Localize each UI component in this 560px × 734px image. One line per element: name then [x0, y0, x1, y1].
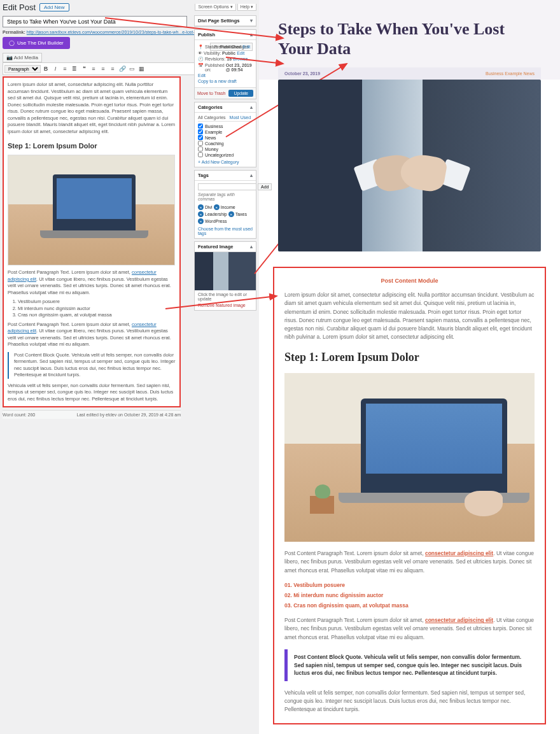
post-date: October 23, 2019 — [284, 71, 320, 76]
content-list: Vestibulum posuere Mi interdum nunc dign… — [284, 581, 535, 610]
editor-paragraph: Lorem ipsum dolor sit amet, consectetur … — [8, 81, 176, 135]
choose-tags-link[interactable]: Choose from the most used tags — [198, 227, 253, 236]
trash-link[interactable]: Move to Trash — [197, 91, 225, 95]
tag-pill[interactable]: ×Taxes — [228, 211, 247, 217]
tag-pill[interactable]: ×Divi — [198, 204, 213, 210]
editor-paragraph: Post Content Paragraph Text. Lorem ipsum… — [8, 321, 176, 348]
category-checkbox[interactable]: Coaching — [198, 141, 253, 146]
bold-icon[interactable]: B — [41, 64, 50, 73]
divi-icon: ◯ — [9, 40, 15, 46]
last-edited: Last edited by etdev on October 29, 2019… — [77, 413, 181, 417]
list-item: Cras non dignissim quam, at volutpat mas… — [18, 312, 176, 319]
page-heading: Edit Post — [3, 3, 36, 12]
content-paragraph: Post Content Paragraph Text. Lorem ipsum… — [284, 616, 535, 642]
editor-inline-image[interactable] — [8, 155, 175, 265]
content-image — [284, 373, 535, 542]
list-item: Mi interdum nunc dignissim auctor — [284, 591, 535, 600]
content-blockquote: Post Content Block Quote. Vehicula velit… — [284, 649, 535, 681]
category-checkbox[interactable]: News — [198, 135, 253, 140]
post-title-input[interactable] — [3, 16, 187, 27]
post-title: Steps to Take When You've Lost Your Data — [278, 19, 541, 59]
editor-paragraph: Vehicula velit ut felis semper, non conv… — [8, 383, 176, 403]
list-item: Cras non dignissim quam, at volutpat mas… — [284, 602, 535, 610]
revisions-browse-link[interactable]: Browse — [233, 57, 248, 61]
chevron-up-icon[interactable]: ▴ — [250, 244, 253, 250]
category-checkbox[interactable]: Example — [198, 129, 253, 134]
remove-tag-icon[interactable]: × — [214, 204, 220, 210]
list-item: Mi interdum nunc dignissim auctor — [18, 306, 176, 313]
tag-add-button[interactable]: Add — [258, 183, 272, 190]
remove-featured-link[interactable]: Remove featured image — [195, 301, 256, 307]
frontend-preview: Steps to Take When You've Lost Your Data… — [259, 0, 560, 734]
update-button[interactable]: Update — [228, 90, 253, 97]
wp-admin-panel: Edit Post Add New Screen Options ▾ Help … — [0, 0, 259, 734]
format-select[interactable]: Paragraph — [4, 65, 41, 73]
tag-pill[interactable]: ×Leadership — [198, 211, 227, 217]
featured-image — [278, 80, 541, 251]
content-paragraph: Vehicula velit ut felis semper, non conv… — [284, 689, 535, 714]
publish-edit-link[interactable]: Edit — [198, 73, 206, 78]
align-left-icon[interactable]: ≡ — [89, 64, 98, 73]
pin-icon: 📍 — [198, 45, 204, 50]
list-item: Vestibulum posuere — [18, 299, 176, 306]
content-link[interactable]: consectetur adipiscing elit — [425, 550, 493, 556]
more-icon[interactable]: ▭ — [127, 64, 136, 73]
add-media-button[interactable]: 📷 Add Media — [3, 53, 42, 62]
add-category-link[interactable]: + Add New Category — [198, 160, 253, 164]
cat-tab-all[interactable]: All Categories — [198, 115, 226, 120]
tags-box: Tags▴ Add Separate tags with commas ×Div… — [194, 170, 256, 239]
calendar-icon: 📅 — [198, 63, 204, 68]
copy-draft-link[interactable]: Copy to a new draft — [198, 79, 237, 83]
categories-box: Categories▴ All CategoriesMost Used Busi… — [194, 102, 256, 167]
post-categories[interactable]: Business Example News — [486, 71, 535, 76]
ol-icon[interactable]: ≣ — [70, 64, 79, 73]
remove-tag-icon[interactable]: × — [198, 204, 204, 210]
module-label: Post Content Module — [284, 277, 535, 286]
chevron-up-icon[interactable]: ▴ — [250, 173, 253, 178]
divi-builder-button[interactable]: ◯ Use The Divi Builder — [3, 37, 70, 49]
divi-page-settings-box: Divi Page Settings▾ — [194, 15, 256, 27]
ul-icon[interactable]: ≡ — [60, 64, 69, 73]
category-checkbox[interactable]: Money — [198, 146, 253, 152]
eye-icon: 👁 — [198, 51, 202, 55]
list-item: Vestibulum posuere — [284, 581, 535, 589]
align-right-icon[interactable]: ≡ — [108, 64, 117, 73]
quote-icon[interactable]: ❝ — [80, 64, 88, 73]
tag-hint: Separate tags with commas — [198, 192, 253, 201]
content-editor[interactable]: Lorem ipsum dolor sit amet, consectetur … — [3, 76, 181, 407]
featured-image-thumb[interactable] — [195, 252, 256, 290]
category-checkbox[interactable]: Business — [198, 124, 253, 129]
revisions-icon: 🕘 — [198, 57, 204, 62]
status-edit-link[interactable]: Edit — [242, 45, 250, 49]
link-icon[interactable]: 🔗 — [118, 64, 127, 73]
remove-tag-icon[interactable]: × — [198, 218, 204, 224]
featured-hint: Click the image to edit or update — [195, 292, 256, 301]
editor-list: Vestibulum posuere Mi interdum nunc dign… — [8, 299, 176, 319]
tag-pill[interactable]: ×WordPress — [198, 218, 227, 224]
cat-tab-most[interactable]: Most Used — [230, 115, 251, 120]
post-content-module: Post Content Module Lorem ipsum dolor si… — [273, 267, 546, 724]
tag-input[interactable] — [198, 183, 256, 190]
chevron-up-icon[interactable]: ▴ — [250, 104, 253, 110]
content-link[interactable]: consectetur adipiscing elit — [425, 617, 493, 623]
featured-image-box: Featured Image▴ Click the image to edit … — [194, 241, 256, 311]
chevron-up-icon[interactable]: ▴ — [250, 32, 253, 38]
tag-pill[interactable]: ×Income — [214, 204, 235, 210]
content-heading: Step 1: Lorem Ipsum Dolor — [284, 349, 535, 367]
remove-tag-icon[interactable]: × — [198, 211, 204, 217]
publish-box: Publish▴ Preview Changes 📍Status: Publis… — [194, 29, 256, 99]
category-checkbox[interactable]: Uncategorized — [198, 152, 253, 157]
visibility-edit-link[interactable]: Edit — [237, 51, 244, 55]
editor-paragraph: Post Content Paragraph Text. Lorem ipsum… — [8, 269, 176, 296]
word-count: Word count: 260 — [3, 413, 35, 417]
toggle-icon[interactable]: ▦ — [137, 64, 146, 73]
add-new-button[interactable]: Add New — [39, 3, 69, 11]
screen-options-tab[interactable]: Screen Options ▾ — [195, 4, 235, 11]
italic-icon[interactable]: I — [51, 64, 60, 73]
remove-tag-icon[interactable]: × — [228, 211, 234, 217]
permalink-url[interactable]: http://jason.sandbox.etdevs.com/woocomme… — [27, 30, 214, 34]
chevron-down-icon[interactable]: ▾ — [250, 18, 253, 24]
align-center-icon[interactable]: ≡ — [99, 64, 108, 73]
editor-heading: Step 1: Lorem Ipsum Dolor — [8, 141, 176, 151]
help-tab[interactable]: Help ▾ — [237, 4, 256, 11]
